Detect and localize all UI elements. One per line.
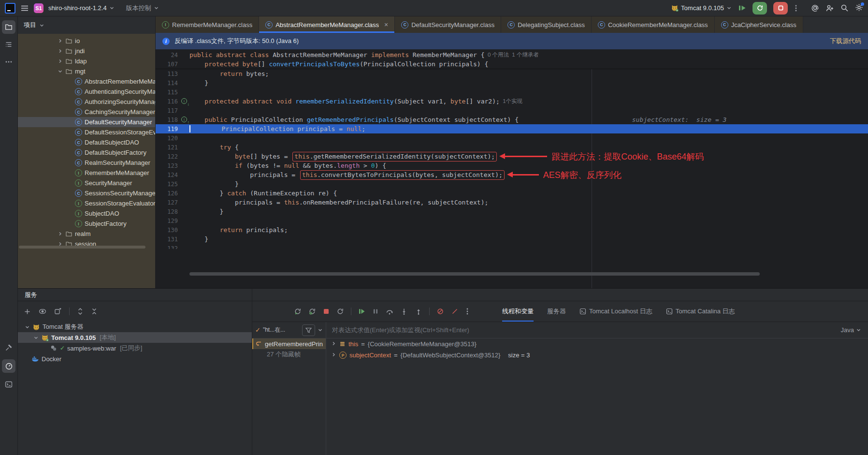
- filter-funnel-button[interactable]: [302, 324, 315, 336]
- tree-folder-item[interactable]: jndi: [18, 46, 155, 56]
- editor-tab[interactable]: CJcaCipherService.class: [715, 16, 803, 33]
- project-panel-header[interactable]: 项目: [18, 16, 155, 34]
- settings-button[interactable]: [855, 3, 863, 13]
- line-number[interactable]: 125: [156, 181, 181, 188]
- line-number[interactable]: 113: [156, 71, 181, 77]
- rerun-icon[interactable]: [294, 308, 302, 315]
- tree-class-item[interactable]: CAuthenticatingSecurityManager: [18, 87, 155, 97]
- tree-class-item[interactable]: CDefaultSecurityManager: [18, 117, 155, 127]
- editor-tab[interactable]: CDelegatingSubject.class: [501, 16, 592, 33]
- more-icon[interactable]: [794, 4, 798, 12]
- refresh-icon[interactable]: [336, 308, 344, 315]
- line-number[interactable]: 131: [156, 236, 181, 243]
- collapse-all-icon[interactable]: [91, 308, 98, 315]
- debug-tab[interactable]: 服务器: [547, 301, 566, 322]
- debug-tab[interactable]: Tomcat Catalina 日志: [666, 301, 735, 322]
- thread-filter-label[interactable]: "ht...在...: [263, 326, 300, 334]
- line-number[interactable]: 130: [156, 227, 181, 234]
- show-options-icon[interactable]: [38, 308, 47, 315]
- line-number[interactable]: 123: [156, 162, 181, 169]
- hidden-frames-label[interactable]: 27 个隐藏帧: [252, 349, 326, 360]
- project-folder-button[interactable]: [2, 20, 15, 34]
- vcs-selector[interactable]: 版本控制: [126, 4, 159, 13]
- line-number[interactable]: 122: [156, 153, 181, 160]
- line-number[interactable]: 128: [156, 208, 181, 215]
- line-number[interactable]: 116: [156, 98, 181, 105]
- line-number[interactable]: 117: [156, 107, 181, 114]
- line-number[interactable]: 132: [156, 245, 181, 250]
- variable-row[interactable]: PsubjectContext = {DefaultWebSubjectCont…: [326, 350, 868, 361]
- run-config-selector[interactable]: Tomcat 9.0.105: [671, 4, 732, 12]
- line-number[interactable]: 129: [156, 218, 181, 224]
- line-number[interactable]: 114: [156, 80, 181, 87]
- editor-tab[interactable]: CDefaultSecurityManager.class: [395, 16, 501, 33]
- pause-icon[interactable]: [372, 308, 379, 315]
- more-icon[interactable]: [465, 308, 469, 315]
- chevron-right-icon[interactable]: [331, 340, 336, 348]
- line-number[interactable]: 127: [156, 199, 181, 206]
- mute-breakpoints-icon[interactable]: [436, 308, 444, 315]
- editor-tab[interactable]: IRememberMeManager.class: [156, 16, 259, 33]
- tree-class-item[interactable]: CRealmSecurityManager: [18, 158, 155, 168]
- tree-folder-item[interactable]: ldap: [18, 56, 155, 66]
- variable-row[interactable]: this = {CookieRememberMeManager@3513}: [326, 338, 868, 350]
- editor-tab[interactable]: CCookieRememberMeManager.class: [592, 16, 715, 33]
- line-number[interactable]: 124: [156, 172, 181, 178]
- tree-class-item[interactable]: CDefaultSessionStorageEvaluator: [18, 127, 155, 137]
- search-icon[interactable]: [840, 4, 849, 12]
- tree-folder-item[interactable]: realm: [18, 229, 155, 239]
- overrides-marker-icon[interactable]: I↑: [181, 117, 189, 123]
- tree-class-item[interactable]: CDefaultSubjectFactory: [18, 147, 155, 158]
- resume-icon[interactable]: [358, 308, 365, 315]
- restart-debug-icon[interactable]: [308, 308, 316, 315]
- add-user-icon[interactable]: [825, 4, 834, 12]
- more-tools-button[interactable]: [2, 55, 15, 69]
- line-number[interactable]: 107: [156, 61, 181, 68]
- stack-frame-row[interactable]: getRememberedPrin: [252, 338, 326, 349]
- tree-class-item[interactable]: CAbstractRememberMeManager: [18, 76, 155, 87]
- tree-class-item[interactable]: CSessionsSecurityManager: [18, 188, 155, 198]
- build-button[interactable]: [2, 341, 15, 354]
- line-number[interactable]: 118: [156, 117, 181, 123]
- at-icon[interactable]: [811, 4, 819, 12]
- tree-class-item[interactable]: IRememberMeManager: [18, 168, 155, 178]
- terminal-button[interactable]: [2, 378, 15, 391]
- step-over-icon[interactable]: [386, 308, 393, 315]
- tree-class-item[interactable]: ISubjectFactory: [18, 219, 155, 229]
- line-number[interactable]: 119: [156, 126, 181, 132]
- service-tree-row[interactable]: Tomcat 9.0.105[本地]: [18, 332, 252, 343]
- chevron-down-icon[interactable]: [318, 327, 323, 333]
- project-selector[interactable]: shiro-shiro-root-1.2.4: [48, 4, 115, 12]
- watch-input-row[interactable]: 对表达式求值(Enter)或添加监视(Ctrl+Shift+Enter) Jav…: [326, 322, 868, 338]
- code-editor[interactable]: 24public abstract class AbstractRemember…: [156, 49, 868, 288]
- service-tree-row[interactable]: Docker: [18, 353, 252, 364]
- line-number[interactable]: 115: [156, 89, 181, 96]
- service-tree-row[interactable]: ✓samples-web:war[已同步]: [18, 343, 252, 353]
- tree-folder-item[interactable]: mgt: [18, 66, 155, 76]
- stop-button[interactable]: [773, 2, 788, 15]
- line-number[interactable]: 126: [156, 190, 181, 197]
- tree-class-item[interactable]: CCachingSecurityManager: [18, 107, 155, 117]
- close-icon[interactable]: ×: [384, 21, 388, 28]
- services-button[interactable]: [2, 359, 15, 373]
- debug-tab[interactable]: Tomcat Localhost 日志: [579, 301, 652, 322]
- tree-class-item[interactable]: ISecurityManager: [18, 178, 155, 188]
- open-in-new-tab-icon[interactable]: [54, 308, 62, 315]
- tree-class-item[interactable]: ISessionStorageEvaluator: [18, 198, 155, 208]
- stop-icon[interactable]: [323, 308, 330, 315]
- step-into-icon[interactable]: [400, 308, 408, 315]
- structure-button[interactable]: [2, 38, 15, 51]
- step-out-icon[interactable]: [415, 308, 422, 315]
- debug-icon[interactable]: [738, 4, 746, 12]
- line-number[interactable]: 121: [156, 144, 181, 151]
- chevron-right-icon[interactable]: [331, 352, 336, 359]
- tree-folder-item[interactable]: io: [18, 36, 155, 46]
- editor-horizontal-scrollbar[interactable]: [189, 272, 760, 276]
- line-number[interactable]: 24: [156, 52, 181, 59]
- project-horizontal-scrollbar[interactable]: [19, 246, 145, 249]
- skip-breakpoints-icon[interactable]: [451, 308, 459, 315]
- watch-language-selector[interactable]: Java: [841, 326, 862, 334]
- expand-all-icon[interactable]: [77, 308, 84, 315]
- tree-class-item[interactable]: CDefaultSubjectDAO: [18, 137, 155, 147]
- implemented-marker-icon[interactable]: I↓: [181, 98, 189, 105]
